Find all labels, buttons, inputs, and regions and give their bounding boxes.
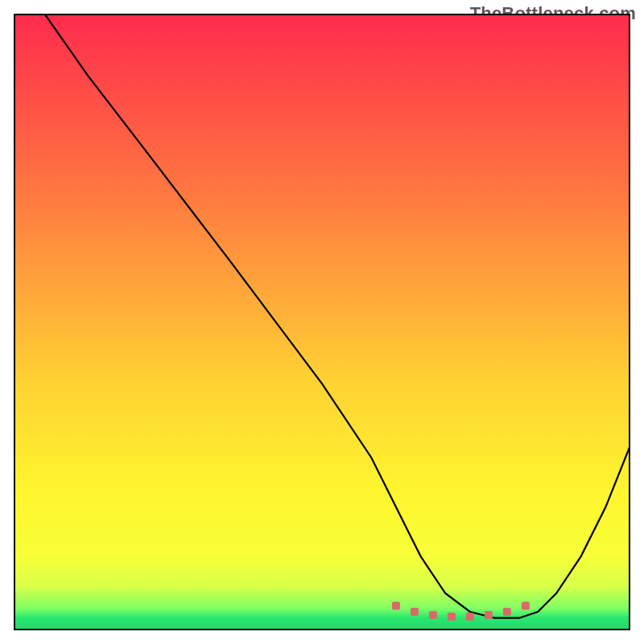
- valley-dot: [466, 613, 474, 621]
- valley-dot: [392, 601, 400, 609]
- valley-dot: [485, 611, 493, 619]
- bottleneck-curve-path: [44, 14, 630, 618]
- plot-area: [14, 14, 630, 630]
- valley-dot: [522, 601, 530, 609]
- valley-dot: [429, 611, 437, 619]
- chart-stage: TheBottleneck.com: [0, 0, 644, 644]
- curve-layer: [14, 14, 630, 630]
- valley-dot: [448, 613, 456, 621]
- valley-dot: [503, 608, 511, 616]
- valley-dot: [411, 608, 419, 616]
